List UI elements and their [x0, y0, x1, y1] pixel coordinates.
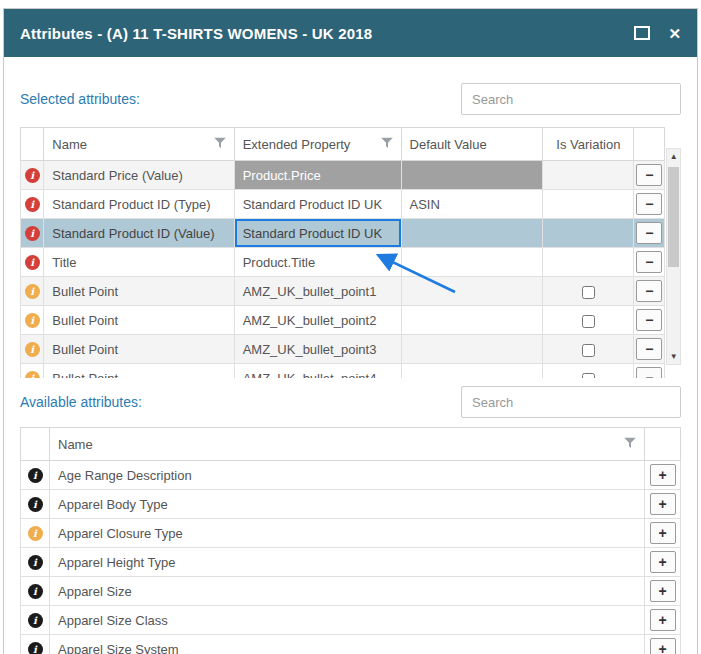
- default-value-cell: [401, 277, 543, 306]
- table-row[interactable]: i Bullet Point AMZ_UK_bullet_point4 −: [21, 364, 665, 379]
- available-attributes-table: Name i Age Range Description + i Apparel…: [20, 427, 681, 654]
- filter-icon[interactable]: [624, 437, 636, 452]
- extended-property-cell: AMZ_UK_bullet_point1: [234, 277, 401, 306]
- is-variation-checkbox[interactable]: [582, 315, 595, 328]
- table-row[interactable]: i Bullet Point AMZ_UK_bullet_point2 −: [21, 306, 665, 335]
- attribute-name-cell: Title: [44, 248, 234, 277]
- attribute-name-cell: Age Range Description: [50, 461, 645, 490]
- table-row[interactable]: i Title Product.Title −: [21, 248, 665, 277]
- extended-property-cell: Standard Product ID UK: [234, 190, 401, 219]
- info-icon: i: [25, 226, 40, 241]
- default-value-cell: [401, 248, 543, 277]
- table-row[interactable]: i Apparel Height Type +: [21, 548, 681, 577]
- info-icon: i: [28, 526, 43, 541]
- scrollbar-track[interactable]: [667, 164, 680, 349]
- attribute-name-cell: Bullet Point: [44, 277, 234, 306]
- column-header-name: Name: [52, 137, 87, 152]
- add-attribute-button[interactable]: +: [650, 580, 676, 602]
- table-header-row: Name: [21, 428, 681, 461]
- dialog-title: Attributes - (A) 11 T-SHIRTS WOMENS - UK…: [20, 25, 634, 42]
- default-value-cell: ASIN: [401, 190, 543, 219]
- attribute-name-cell: Apparel Size: [50, 577, 645, 606]
- attribute-name-cell: Bullet Point: [44, 335, 234, 364]
- attribute-name-cell: Bullet Point: [44, 306, 234, 335]
- add-attribute-button[interactable]: +: [650, 609, 676, 631]
- info-icon: i: [25, 168, 40, 183]
- default-value-cell: [401, 364, 543, 379]
- remove-attribute-button[interactable]: −: [636, 280, 662, 302]
- table-row[interactable]: i Standard Product ID (Type) Standard Pr…: [21, 190, 665, 219]
- remove-attribute-button[interactable]: −: [636, 222, 662, 244]
- table-row[interactable]: i Apparel Closure Type +: [21, 519, 681, 548]
- is-variation-cell: [543, 364, 634, 379]
- add-attribute-button[interactable]: +: [650, 522, 676, 544]
- remove-attribute-button[interactable]: −: [636, 367, 662, 378]
- attribute-name-cell: Apparel Size Class: [50, 606, 645, 635]
- table-row[interactable]: i Standard Price (Value) Product.Price −: [21, 161, 665, 190]
- filter-icon[interactable]: [214, 137, 226, 152]
- attribute-name-cell: Apparel Closure Type: [50, 519, 645, 548]
- info-icon: i: [28, 642, 43, 654]
- default-value-cell: [401, 161, 543, 190]
- scrollbar[interactable]: ▲ ▼: [666, 148, 681, 365]
- add-attribute-button[interactable]: +: [650, 551, 676, 573]
- info-icon: i: [25, 342, 40, 357]
- table-header-row: Name Extended Property: [21, 128, 665, 161]
- extended-property-cell: AMZ_UK_bullet_point3: [234, 335, 401, 364]
- remove-attribute-button[interactable]: −: [636, 164, 662, 186]
- filter-icon[interactable]: [381, 137, 393, 152]
- remove-attribute-button[interactable]: −: [636, 193, 662, 215]
- info-icon: i: [28, 468, 43, 483]
- attributes-dialog: Attributes - (A) 11 T-SHIRTS WOMENS - UK…: [3, 8, 698, 654]
- available-table-body: i Age Range Description + i Apparel Body…: [21, 461, 681, 654]
- attribute-name-cell: Apparel Size System: [50, 635, 645, 654]
- scrollbar-thumb[interactable]: [668, 167, 679, 267]
- remove-attribute-button[interactable]: −: [636, 338, 662, 360]
- table-row[interactable]: i Apparel Body Type +: [21, 490, 681, 519]
- is-variation-cell: [543, 190, 634, 219]
- add-attribute-button[interactable]: +: [650, 638, 676, 654]
- table-row[interactable]: i Apparel Size +: [21, 577, 681, 606]
- is-variation-cell: [543, 277, 634, 306]
- attribute-name-cell: Bullet Point: [44, 364, 234, 379]
- table-row[interactable]: i Apparel Size Class +: [21, 606, 681, 635]
- scroll-down-icon[interactable]: ▼: [667, 349, 680, 364]
- info-icon: i: [25, 197, 40, 212]
- is-variation-cell: [543, 335, 634, 364]
- info-icon: i: [28, 555, 43, 570]
- column-header-default-value: Default Value: [401, 128, 543, 161]
- column-header-extended-property: Extended Property: [243, 137, 351, 152]
- info-icon: i: [25, 313, 40, 328]
- default-value-cell: [401, 306, 543, 335]
- is-variation-cell: [543, 306, 634, 335]
- is-variation-checkbox[interactable]: [582, 344, 595, 357]
- info-icon: i: [28, 497, 43, 512]
- is-variation-checkbox[interactable]: [582, 286, 595, 299]
- is-variation-checkbox[interactable]: [582, 373, 595, 378]
- info-icon: i: [25, 255, 40, 270]
- attribute-name-cell: Apparel Height Type: [50, 548, 645, 577]
- selected-search-input[interactable]: [461, 83, 681, 115]
- is-variation-cell: [543, 161, 634, 190]
- attribute-name-cell: Apparel Body Type: [50, 490, 645, 519]
- extended-property-cell: Product.Title: [234, 248, 401, 277]
- column-header-name: Name: [58, 437, 93, 452]
- table-row[interactable]: i Age Range Description +: [21, 461, 681, 490]
- remove-attribute-button[interactable]: −: [636, 309, 662, 331]
- scroll-up-icon[interactable]: ▲: [667, 149, 680, 164]
- table-row[interactable]: i Apparel Size System +: [21, 635, 681, 654]
- table-row[interactable]: i Bullet Point AMZ_UK_bullet_point3 −: [21, 335, 665, 364]
- attribute-name-cell: Standard Product ID (Type): [44, 190, 234, 219]
- table-row[interactable]: i Bullet Point AMZ_UK_bullet_point1 −: [21, 277, 665, 306]
- remove-attribute-button[interactable]: −: [636, 251, 662, 273]
- add-attribute-button[interactable]: +: [650, 464, 676, 486]
- extended-property-cell: Standard Product ID UK: [234, 219, 401, 248]
- add-attribute-button[interactable]: +: [650, 493, 676, 515]
- is-variation-cell: [543, 248, 634, 277]
- table-row[interactable]: i Standard Product ID (Value) Standard P…: [21, 219, 665, 248]
- maximize-icon[interactable]: [634, 26, 650, 40]
- available-search-input[interactable]: [461, 386, 681, 418]
- extended-property-cell: AMZ_UK_bullet_point2: [234, 306, 401, 335]
- close-icon[interactable]: ✕: [668, 26, 681, 41]
- info-icon: i: [25, 371, 40, 378]
